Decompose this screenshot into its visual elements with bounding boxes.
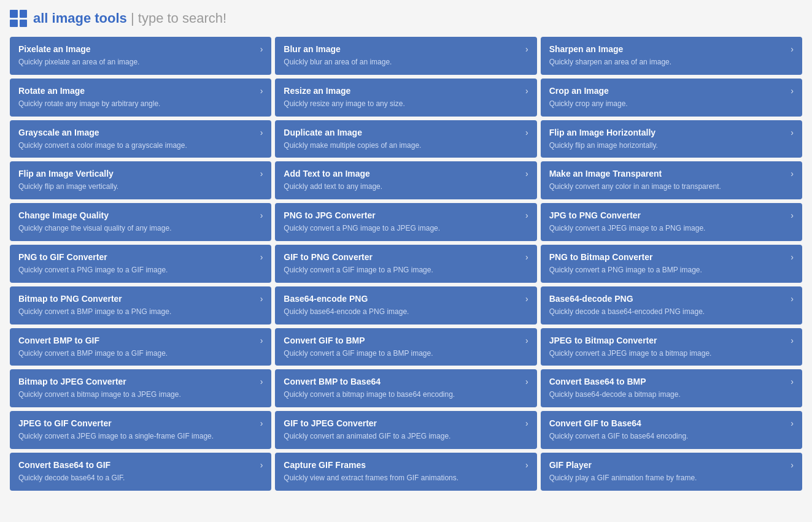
- tool-card[interactable]: Capture GIF Frames›Quickly view and extr…: [275, 453, 536, 491]
- card-arrow-icon: ›: [260, 377, 263, 386]
- card-title: Convert Base64 to BMP: [549, 377, 646, 386]
- card-header: Duplicate an Image›: [284, 128, 528, 137]
- card-header: GIF to PNG Converter›: [284, 252, 528, 262]
- card-title: GIF to JPEG Converter: [284, 418, 377, 428]
- tool-card[interactable]: Convert Base64 to BMP›Quickly base64-dec…: [541, 369, 802, 407]
- tool-card[interactable]: Convert GIF to BMP›Quickly convert a GIF…: [275, 328, 536, 366]
- card-arrow-icon: ›: [791, 418, 794, 428]
- card-header: Capture GIF Frames›: [284, 460, 528, 470]
- card-description: Quickly base64-decode a bitmap image.: [549, 390, 794, 400]
- tool-card[interactable]: Add Text to an Image›Quickly add text to…: [275, 161, 536, 199]
- card-arrow-icon: ›: [260, 169, 263, 178]
- tool-card[interactable]: Crop an Image›Quickly crop any image.: [541, 79, 802, 117]
- tool-card[interactable]: Base64-encode PNG›Quickly base64-encode …: [275, 286, 536, 324]
- card-header: JPG to PNG Converter›: [549, 210, 794, 220]
- tool-card[interactable]: Convert BMP to GIF›Quickly convert a BMP…: [10, 328, 271, 366]
- tool-card[interactable]: PNG to GIF Converter›Quickly convert a P…: [10, 245, 271, 283]
- grid-icon: [10, 10, 27, 27]
- card-title: Convert BMP to GIF: [18, 336, 99, 345]
- card-title: Change Image Quality: [18, 210, 109, 220]
- card-title: Base64-encode PNG: [284, 294, 368, 304]
- card-title: JPEG to GIF Converter: [18, 418, 112, 428]
- card-header: Convert Base64 to BMP›: [549, 377, 794, 386]
- card-header: JPEG to Bitmap Converter›: [549, 336, 794, 345]
- card-arrow-icon: ›: [525, 377, 528, 386]
- tool-card[interactable]: Blur an Image›Quickly blur an area of an…: [275, 37, 536, 75]
- card-description: Quickly base64-encode a PNG image.: [284, 307, 528, 317]
- card-arrow-icon: ›: [260, 128, 263, 137]
- tool-card[interactable]: Duplicate an Image›Quickly make multiple…: [275, 120, 536, 158]
- card-header: Crop an Image›: [549, 86, 794, 96]
- tool-card[interactable]: Convert BMP to Base64›Quickly convert a …: [275, 369, 536, 407]
- card-arrow-icon: ›: [791, 210, 794, 220]
- card-header: Bitmap to PNG Converter›: [18, 294, 263, 304]
- card-description: Quickly blur an area of an image.: [284, 57, 528, 67]
- card-description: Quickly convert an animated GIF to a JPE…: [284, 431, 528, 442]
- card-description: Quickly convert a BMP image to a GIF ima…: [18, 348, 263, 359]
- card-header: Add Text to an Image›: [284, 169, 528, 178]
- card-description: Quickly flip an image vertically.: [18, 182, 263, 192]
- card-title: Convert BMP to Base64: [284, 377, 381, 386]
- tool-card[interactable]: JPEG to Bitmap Converter›Quickly convert…: [541, 328, 802, 366]
- tool-card[interactable]: GIF to PNG Converter›Quickly convert a G…: [275, 245, 536, 283]
- card-title: Sharpen an Image: [549, 44, 624, 54]
- card-title: Base64-decode PNG: [549, 294, 633, 304]
- card-arrow-icon: ›: [525, 294, 528, 304]
- card-description: Quickly convert a bitmap image to base64…: [284, 390, 528, 400]
- card-header: Base64-decode PNG›: [549, 294, 794, 304]
- tool-card[interactable]: Bitmap to JPEG Converter›Quickly convert…: [10, 369, 271, 407]
- tool-card[interactable]: JPEG to GIF Converter›Quickly convert a …: [10, 411, 271, 449]
- tool-card[interactable]: Pixelate an Image›Quickly pixelate an ar…: [10, 37, 271, 75]
- card-arrow-icon: ›: [525, 460, 528, 470]
- tool-card[interactable]: Convert Base64 to GIF›Quickly decode bas…: [10, 453, 271, 491]
- tool-card[interactable]: Grayscale an Image›Quickly convert a col…: [10, 120, 271, 158]
- tool-card[interactable]: PNG to JPG Converter›Quickly convert a P…: [275, 203, 536, 241]
- card-description: Quickly convert a PNG image to a JPEG im…: [284, 223, 528, 234]
- card-arrow-icon: ›: [525, 86, 528, 96]
- card-description: Quickly crop any image.: [549, 99, 794, 109]
- tool-card[interactable]: JPG to PNG Converter›Quickly convert a J…: [541, 203, 802, 241]
- tool-card[interactable]: Convert GIF to Base64›Quickly convert a …: [541, 411, 802, 449]
- card-arrow-icon: ›: [791, 294, 794, 304]
- card-arrow-icon: ›: [791, 460, 794, 470]
- card-header: Flip an Image Vertically›: [18, 169, 263, 178]
- tool-card[interactable]: Flip an Image Vertically›Quickly flip an…: [10, 161, 271, 199]
- card-title: Convert GIF to BMP: [284, 336, 365, 345]
- card-header: Convert GIF to BMP›: [284, 336, 528, 345]
- card-title: JPG to PNG Converter: [549, 210, 641, 220]
- tool-card[interactable]: Base64-decode PNG›Quickly decode a base6…: [541, 286, 802, 324]
- card-title: Make an Image Transparent: [549, 169, 662, 178]
- card-header: JPEG to GIF Converter›: [18, 418, 263, 428]
- card-title: PNG to GIF Converter: [18, 252, 107, 262]
- card-description: Quickly resize any image to any size.: [284, 99, 528, 109]
- tool-card[interactable]: PNG to Bitmap Converter›Quickly convert …: [541, 245, 802, 283]
- tool-card[interactable]: Bitmap to PNG Converter›Quickly convert …: [10, 286, 271, 324]
- tool-card[interactable]: Sharpen an Image›Quickly sharpen an area…: [541, 37, 802, 75]
- card-description: Quickly sharpen an area of an image.: [549, 57, 794, 67]
- card-arrow-icon: ›: [525, 336, 528, 345]
- title-rest: type to search!: [138, 10, 226, 26]
- tool-card[interactable]: Rotate an Image›Quickly rotate any image…: [10, 79, 271, 117]
- page-title: all image tools | type to search!: [33, 10, 226, 26]
- card-arrow-icon: ›: [260, 294, 263, 304]
- card-arrow-icon: ›: [260, 418, 263, 428]
- card-description: Quickly convert a GIF image to a PNG ima…: [284, 265, 528, 275]
- card-arrow-icon: ›: [260, 44, 263, 54]
- tool-card[interactable]: Flip an Image Horizontally›Quickly flip …: [541, 120, 802, 158]
- card-description: Quickly convert a color image to a grays…: [18, 140, 263, 151]
- card-description: Quickly convert a BMP image to a PNG ima…: [18, 307, 263, 317]
- card-arrow-icon: ›: [525, 169, 528, 178]
- tool-card[interactable]: Change Image Quality›Quickly change the …: [10, 203, 271, 241]
- card-arrow-icon: ›: [791, 86, 794, 96]
- tool-card[interactable]: Resize an Image›Quickly resize any image…: [275, 79, 536, 117]
- card-title: Add Text to an Image: [284, 169, 370, 178]
- card-title: Resize an Image: [284, 86, 350, 96]
- card-description: Quickly convert a GIF to base64 encoding…: [549, 431, 794, 442]
- tool-card[interactable]: Make an Image Transparent›Quickly conver…: [541, 161, 802, 199]
- card-description: Quickly decode a base64-encoded PNG imag…: [549, 307, 794, 317]
- card-description: Quickly play a GIF animation frame by fr…: [549, 473, 794, 483]
- card-header: Base64-encode PNG›: [284, 294, 528, 304]
- tool-card[interactable]: GIF Player›Quickly play a GIF animation …: [541, 453, 802, 491]
- card-title: GIF Player: [549, 460, 592, 470]
- tool-card[interactable]: GIF to JPEG Converter›Quickly convert an…: [275, 411, 536, 449]
